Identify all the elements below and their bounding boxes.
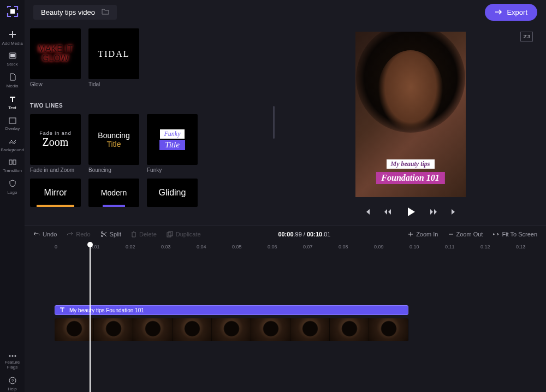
video-frame-thumb — [290, 318, 330, 341]
title-overlay-line2[interactable]: Foundation 101 — [376, 172, 444, 184]
rewind-icon[interactable] — [384, 209, 391, 215]
ruler-tick: 0:08 — [339, 244, 348, 250]
nav-logo[interactable]: Logo — [0, 175, 25, 197]
asset-label: Bouncing — [88, 167, 139, 173]
asset-label: Funky — [147, 167, 198, 173]
video-frame-thumb — [251, 318, 290, 341]
video-frame-thumb — [173, 318, 212, 341]
arrow-right-icon — [495, 8, 502, 16]
text-preset-fadezoom[interactable]: Fade in andZoom Fade in and Zoom — [30, 114, 81, 173]
nav-label: Background — [1, 147, 24, 152]
text-preset-tidal[interactable]: TIDAL Tidal — [88, 28, 139, 87]
undo-button[interactable]: Undo — [33, 231, 57, 237]
redo-icon — [67, 231, 73, 237]
ruler-tick: 0:11 — [445, 244, 455, 250]
svg-rect-0 — [10, 9, 15, 14]
skip-start-icon[interactable] — [364, 209, 371, 215]
svg-point-11 — [101, 231, 103, 233]
transition-icon — [0, 159, 25, 167]
project-title[interactable]: Beauty tips video — [33, 5, 117, 20]
text-icon — [0, 96, 25, 105]
folder-icon[interactable] — [102, 8, 109, 16]
svg-rect-5 — [13, 160, 16, 164]
video-canvas[interactable]: My beauty tips Foundation 101 — [355, 32, 466, 197]
overlay-icon — [0, 117, 25, 126]
ruler-tick: 0:06 — [268, 244, 277, 250]
fit-to-screen-button[interactable]: Fit To Screen — [492, 231, 537, 237]
nav-text[interactable]: Text — [0, 91, 25, 113]
ruler-tick: 0:07 — [303, 244, 313, 250]
ruler-tick: 0:03 — [161, 244, 171, 250]
text-icon — [60, 307, 65, 313]
preview-panel: 2:3 My beauty tips Foundation 101 — [275, 24, 546, 225]
stock-icon — [0, 52, 25, 61]
export-label: Export — [507, 8, 527, 16]
nav-add-media[interactable]: Add Media — [0, 26, 25, 48]
ruler-tick: 0:12 — [480, 244, 490, 250]
text-asset-panel: MAKE ITGLOW Glow TIDAL Tidal TWO LINES F… — [25, 24, 275, 225]
ruler-tick: 0:05 — [232, 244, 242, 250]
timeline-tracks[interactable]: My beauty tips Foundation 101 — [25, 254, 546, 392]
undo-icon — [33, 231, 40, 237]
svg-point-6 — [9, 355, 10, 357]
player-controls — [364, 206, 457, 218]
ruler-tick: 0:09 — [374, 244, 384, 250]
nav-label: Add Media — [2, 41, 22, 46]
nav-overlay[interactable]: Overlay — [0, 113, 25, 134]
video-frame-thumb — [133, 318, 173, 341]
asset-label: Fade in and Zoom — [30, 167, 81, 173]
ruler-tick: 0 — [55, 244, 57, 250]
nav-label: Stock — [7, 62, 17, 67]
nav-label: Media — [7, 84, 19, 88]
delete-button[interactable]: Delete — [131, 231, 157, 237]
left-sidebar: Add Media Stock Media Text Overlay Backg… — [0, 0, 25, 392]
duplicate-button[interactable]: Duplicate — [167, 231, 201, 237]
nav-label: Text — [8, 105, 16, 110]
skip-end-icon[interactable] — [450, 209, 457, 215]
ruler-tick: 0:13 — [516, 244, 526, 250]
svg-text:?: ? — [11, 378, 14, 383]
svg-rect-3 — [9, 118, 16, 123]
zoom-in-button[interactable]: Zoom In — [408, 231, 438, 237]
ruler-tick: 0:10 — [410, 244, 419, 250]
video-frame-thumb — [330, 318, 369, 341]
plus-icon — [408, 231, 413, 237]
timeline-ruler[interactable]: 00:010:020:030:040:050:060:070:080:090:1… — [25, 243, 546, 254]
nav-help[interactable]: ? Help — [0, 372, 25, 392]
export-button[interactable]: Export — [485, 4, 537, 21]
nav-stock[interactable]: Stock — [0, 48, 25, 69]
nav-feature-flags[interactable]: Feature Flags — [0, 349, 25, 372]
minus-icon — [448, 231, 454, 237]
nav-label: Help — [8, 387, 16, 391]
text-preset-modern[interactable]: Modern — [88, 179, 139, 207]
nav-transition[interactable]: Transition — [0, 155, 25, 175]
forward-icon[interactable] — [430, 209, 437, 215]
redo-button[interactable]: Redo — [67, 231, 90, 237]
video-frame-thumb — [369, 318, 408, 341]
video-frame-thumb — [94, 318, 133, 341]
svg-rect-2 — [10, 54, 15, 57]
playhead[interactable] — [90, 242, 91, 392]
app-logo — [5, 4, 20, 19]
aspect-ratio-chip[interactable]: 2:3 — [520, 32, 533, 41]
text-preset-mirror[interactable]: Mirror — [30, 179, 81, 207]
text-preset-bouncing[interactable]: BouncingTitle Bouncing — [88, 114, 139, 173]
text-preset-funky[interactable]: FunkyTitle Funky — [147, 114, 198, 173]
split-button[interactable]: Split — [100, 231, 121, 237]
fit-icon — [492, 231, 499, 237]
video-clip[interactable] — [55, 318, 408, 341]
asset-label: Glow — [30, 81, 81, 87]
nav-media[interactable]: Media — [0, 69, 25, 91]
video-frame-thumb — [55, 318, 94, 341]
topbar: Beauty tips video Export — [25, 0, 546, 24]
nav-background[interactable]: Background — [0, 134, 25, 155]
timeline-time-display: 00:00.99 / 00:10.01 — [278, 231, 330, 237]
background-icon — [0, 138, 25, 146]
play-icon[interactable] — [405, 206, 417, 218]
title-overlay-line1[interactable]: My beauty tips — [387, 159, 435, 169]
text-preset-glow[interactable]: MAKE ITGLOW Glow — [30, 28, 81, 87]
text-clip[interactable]: My beauty tips Foundation 101 — [55, 305, 408, 315]
zoom-out-button[interactable]: Zoom Out — [448, 231, 483, 237]
media-icon — [0, 73, 25, 82]
text-preset-gliding[interactable]: Gliding — [147, 179, 198, 207]
